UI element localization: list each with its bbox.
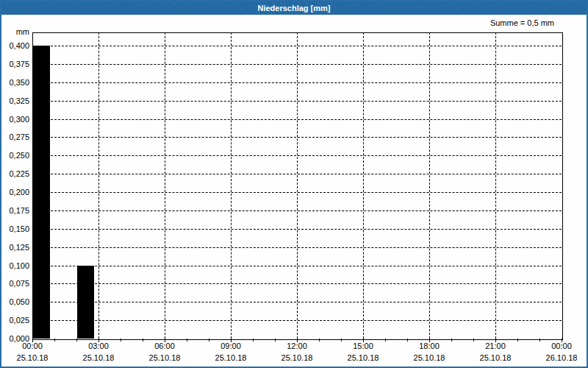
x-tick-date-label: 25.10.18 bbox=[337, 353, 389, 362]
x-minor-tick bbox=[385, 339, 386, 342]
x-minor-tick bbox=[341, 339, 342, 342]
precipitation-bar bbox=[33, 46, 50, 339]
y-tick-label: 0,275 bbox=[1, 132, 29, 142]
x-major-tick bbox=[363, 339, 364, 342]
y-tick-label: 0,375 bbox=[1, 59, 29, 69]
x-tick-time-label: 21:00 bbox=[473, 342, 517, 350]
x-tick-time-label: 18:00 bbox=[407, 342, 451, 350]
x-gridline bbox=[231, 32, 232, 339]
y-tick-label: 0,125 bbox=[1, 242, 29, 252]
y-tick-label: 0,175 bbox=[1, 205, 29, 216]
x-tick-date-label: 25.10.18 bbox=[139, 353, 190, 362]
x-tick-date-label: 25.10.18 bbox=[271, 353, 323, 362]
x-tick-date-label: 25.10.18 bbox=[73, 353, 124, 362]
x-minor-tick bbox=[275, 339, 276, 342]
x-tick-time-label: 06:00 bbox=[143, 342, 187, 350]
x-major-tick bbox=[429, 339, 430, 342]
y-tick-label: 0,200 bbox=[1, 187, 29, 197]
x-minor-tick bbox=[517, 339, 518, 342]
x-tick-time-label: 00:00 bbox=[10, 342, 54, 350]
precipitation-bar bbox=[77, 266, 94, 339]
y-axis-unit-label: mm bbox=[1, 27, 29, 36]
x-tick-time-label: 00:00 bbox=[539, 342, 584, 350]
y-tick-label: 0,050 bbox=[1, 297, 29, 307]
x-tick-date-label: 25.10.18 bbox=[404, 353, 455, 362]
x-minor-tick bbox=[54, 339, 55, 342]
x-minor-tick bbox=[187, 339, 187, 342]
x-tick-date-label: 26.10.18 bbox=[536, 353, 587, 362]
x-gridline bbox=[363, 32, 364, 339]
x-tick-time-label: 15:00 bbox=[341, 342, 385, 350]
x-major-tick bbox=[32, 339, 33, 342]
x-minor-tick bbox=[121, 339, 121, 342]
x-minor-tick bbox=[407, 339, 408, 342]
x-major-tick bbox=[98, 339, 99, 342]
y-tick-label: 0,025 bbox=[1, 315, 29, 325]
x-tick-time-label: 09:00 bbox=[209, 342, 253, 350]
y-tick-label: 0,400 bbox=[1, 40, 29, 51]
x-gridline bbox=[98, 32, 99, 339]
y-tick-label: 0,150 bbox=[1, 224, 29, 234]
x-gridline bbox=[429, 32, 430, 339]
chart-title: Niederschlag [mm] bbox=[257, 4, 330, 13]
y-tick-label: 0,100 bbox=[1, 261, 29, 271]
y-tick-label: 0,350 bbox=[1, 77, 29, 88]
x-tick-date-label: 25.10.18 bbox=[470, 353, 521, 362]
x-minor-tick bbox=[451, 339, 452, 342]
x-minor-tick bbox=[76, 339, 77, 342]
chart-window: Niederschlag [mm] Summe = 0,5 mm mm 0,40… bbox=[0, 0, 588, 368]
title-bar: Niederschlag [mm] bbox=[1, 1, 587, 15]
x-minor-tick bbox=[473, 339, 474, 342]
x-gridline bbox=[165, 32, 165, 339]
x-major-tick bbox=[231, 339, 232, 342]
x-minor-tick bbox=[253, 339, 254, 342]
x-major-tick bbox=[297, 339, 298, 342]
x-minor-tick bbox=[209, 339, 209, 342]
y-tick-label: 0,225 bbox=[1, 169, 29, 179]
x-major-tick bbox=[562, 339, 562, 342]
x-minor-tick bbox=[143, 339, 143, 342]
x-tick-time-label: 03:00 bbox=[76, 342, 121, 350]
x-gridline bbox=[297, 32, 298, 339]
x-tick-date-label: 25.10.18 bbox=[7, 353, 58, 362]
x-tick-date-label: 25.10.18 bbox=[205, 353, 257, 362]
x-minor-tick bbox=[319, 339, 320, 342]
y-tick-label: 0,250 bbox=[1, 150, 29, 160]
plot-area bbox=[32, 32, 563, 340]
x-minor-tick bbox=[539, 339, 540, 342]
x-tick-time-label: 12:00 bbox=[275, 342, 319, 350]
x-gridline bbox=[495, 32, 496, 339]
y-tick-label: 0,075 bbox=[1, 278, 29, 289]
y-tick-label: 0,300 bbox=[1, 114, 29, 124]
x-major-tick bbox=[165, 339, 165, 342]
sum-label: Summe = 0,5 mm bbox=[490, 18, 554, 27]
y-tick-label: 0,325 bbox=[1, 96, 29, 106]
x-major-tick bbox=[495, 339, 496, 342]
